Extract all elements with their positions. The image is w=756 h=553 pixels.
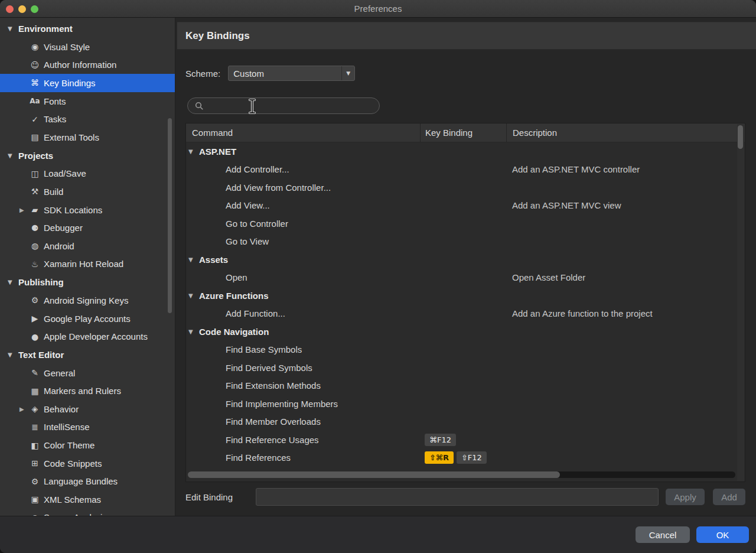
sidebar-item-android[interactable]: ◍Android bbox=[0, 237, 175, 255]
table-row[interactable]: Add View from Controller... bbox=[186, 178, 745, 197]
sidebar-section-text-editor[interactable]: ▼Text Editor bbox=[0, 346, 175, 364]
table-row[interactable]: Go to Controller bbox=[186, 214, 745, 233]
sidebar-item-external-tools[interactable]: ▤External Tools bbox=[0, 128, 175, 147]
sidebar-item-behavior[interactable]: ▶◈Behavior bbox=[0, 400, 175, 418]
sidebar-item-label: Language Bundles bbox=[44, 476, 118, 486]
sidebar-item-xamarin-hot-reload[interactable]: ♨Xamarin Hot Reload bbox=[0, 255, 175, 274]
group-collapse-icon[interactable]: ▼ bbox=[188, 328, 193, 335]
sidebar-scrollbar-thumb[interactable] bbox=[168, 118, 172, 313]
command-label: Find Implementing Members bbox=[226, 399, 338, 409]
group-row[interactable]: ▼Azure Functions bbox=[186, 287, 745, 305]
ok-button[interactable]: OK bbox=[696, 526, 749, 543]
command-cell: Find References bbox=[186, 453, 420, 463]
minimize-button[interactable] bbox=[18, 5, 26, 13]
table-row[interactable]: Find Derived Symbols bbox=[186, 359, 745, 377]
table-row[interactable]: Go to View bbox=[186, 233, 745, 251]
fonts-icon: Aa bbox=[30, 97, 40, 105]
bug-icon: ⚈ bbox=[30, 223, 40, 233]
table-row[interactable]: Find Member Overloads bbox=[186, 413, 745, 431]
command-label: Go to View bbox=[226, 236, 269, 246]
command-cell: ▼Code Navigation bbox=[186, 327, 420, 337]
search-input[interactable] bbox=[208, 101, 372, 111]
key-bindings-table: Command Key Binding Description ▼ASP.NET… bbox=[185, 123, 745, 482]
group-collapse-icon[interactable]: ▼ bbox=[188, 256, 193, 263]
section-label: Projects bbox=[18, 151, 53, 161]
zoom-button[interactable] bbox=[31, 5, 38, 13]
sidebar-item-xml-schemas[interactable]: ▣XML Schemas bbox=[0, 490, 175, 509]
sidebar-section-environment[interactable]: ▼Environment bbox=[0, 19, 175, 38]
column-header-key-binding[interactable]: Key Binding bbox=[420, 123, 506, 142]
sidebar-item-label: Android Signing Keys bbox=[44, 295, 128, 305]
sidebar-item-color-theme[interactable]: ◧Color Theme bbox=[0, 436, 175, 454]
sidebar-item-tasks[interactable]: ✓Tasks bbox=[0, 110, 175, 128]
edit-binding-input[interactable] bbox=[256, 488, 659, 506]
sidebar-item-sdk-locations[interactable]: ▶▰SDK Locations bbox=[0, 201, 175, 219]
sidebar-item-language-bundles[interactable]: ⚙Language Bundles bbox=[0, 472, 175, 490]
table-vscrollbar[interactable] bbox=[737, 124, 744, 481]
group-collapse-icon[interactable]: ▼ bbox=[188, 148, 193, 155]
sidebar-item-label: Visual Style bbox=[44, 42, 90, 52]
cancel-button[interactable]: Cancel bbox=[636, 526, 690, 543]
sidebar-item-markers-and-rulers[interactable]: ▦Markers and Rulers bbox=[0, 382, 175, 401]
sidebar-item-load-save[interactable]: ◫Load/Save bbox=[0, 165, 175, 183]
sidebar-item-source-analysis[interactable]: ◎Source Analysis bbox=[0, 509, 175, 516]
close-button[interactable] bbox=[6, 5, 14, 13]
table-row[interactable]: Find Extension Methods bbox=[186, 377, 745, 395]
flame-icon: ♨ bbox=[30, 259, 40, 269]
group-row[interactable]: ▼Assets bbox=[186, 251, 745, 269]
column-header-description[interactable]: Description bbox=[506, 123, 745, 142]
sidebar-item-fonts[interactable]: AaFonts bbox=[0, 92, 175, 110]
snippets-icon: ⊞ bbox=[30, 458, 40, 468]
add-button[interactable]: Add bbox=[713, 489, 745, 505]
search-box[interactable] bbox=[187, 97, 380, 114]
sidebar-item-google-play-accounts[interactable]: ▶Google Play Accounts bbox=[0, 310, 175, 328]
table-row[interactable]: Find Reference Usages⌘F12 bbox=[186, 431, 745, 449]
android-icon: ◍ bbox=[30, 241, 40, 251]
window-title: Preferences bbox=[354, 4, 402, 14]
scheme-value: Custom bbox=[229, 69, 341, 79]
table-header: Command Key Binding Description bbox=[186, 123, 745, 142]
sidebar-item-label: Code Snippets bbox=[44, 458, 102, 469]
scheme-dropdown[interactable]: Custom ▼ bbox=[228, 66, 355, 81]
table-row[interactable]: OpenOpen Asset Folder bbox=[186, 269, 745, 287]
expander-icon[interactable]: ▶ bbox=[19, 207, 24, 213]
table-hscrollbar[interactable] bbox=[188, 471, 735, 478]
sidebar-item-general[interactable]: ✎General bbox=[0, 364, 175, 382]
apple-icon: ● bbox=[30, 332, 40, 341]
sidebar-item-apple-developer-accounts[interactable]: ●Apple Developer Accounts bbox=[0, 327, 175, 346]
chevron-down-icon[interactable]: ▼ bbox=[341, 66, 354, 80]
sidebar-item-android-signing-keys[interactable]: ⚙Android Signing Keys bbox=[0, 291, 175, 310]
sidebar-item-build[interactable]: ⚒Build bbox=[0, 183, 175, 201]
table-row[interactable]: Find References⇧⌘R⇧F12 bbox=[186, 449, 745, 467]
sidebar-item-intellisense[interactable]: ≣IntelliSense bbox=[0, 418, 175, 437]
apply-button[interactable]: Apply bbox=[666, 489, 705, 505]
table-row[interactable]: Add View...Add an ASP.NET MVC view bbox=[186, 197, 745, 215]
command-cell: ▼Azure Functions bbox=[186, 291, 420, 301]
sidebar-item-visual-style[interactable]: ◉Visual Style bbox=[0, 38, 175, 56]
table-row[interactable]: Add Controller...Add an ASP.NET MVC cont… bbox=[186, 161, 745, 179]
sidebar-item-label: SDK Locations bbox=[44, 205, 102, 215]
table-row[interactable]: Find Base Symbols bbox=[186, 341, 745, 359]
sidebar-item-author-information[interactable]: ☺Author Information bbox=[0, 56, 175, 74]
group-row[interactable]: ▼ASP.NET bbox=[186, 142, 745, 161]
key-binding-badge: ⇧F12 bbox=[457, 451, 487, 464]
group-row[interactable]: ▼Code Navigation bbox=[186, 323, 745, 341]
gear-icon: ⚙ bbox=[30, 477, 40, 486]
group-collapse-icon[interactable]: ▼ bbox=[188, 292, 193, 299]
expander-icon[interactable]: ▶ bbox=[19, 406, 24, 412]
sidebar-item-key-bindings[interactable]: ⌘Key Bindings bbox=[0, 74, 175, 92]
traffic-lights bbox=[6, 0, 38, 18]
titlebar[interactable]: Preferences bbox=[0, 0, 756, 18]
sidebar-item-code-snippets[interactable]: ⊞Code Snippets bbox=[0, 454, 175, 473]
table-row[interactable]: Find Implementing Members bbox=[186, 395, 745, 413]
column-header-command[interactable]: Command bbox=[186, 123, 420, 142]
sidebar-section-publishing[interactable]: ▼Publishing bbox=[0, 273, 175, 291]
sidebar-item-debugger[interactable]: ⚈Debugger bbox=[0, 219, 175, 237]
table-hscrollbar-thumb[interactable] bbox=[188, 471, 560, 478]
table-vscrollbar-thumb[interactable] bbox=[738, 125, 743, 149]
sidebar-section-projects[interactable]: ▼Projects bbox=[0, 147, 175, 165]
table-row[interactable]: Add Function...Add an Azure function to … bbox=[186, 305, 745, 323]
section-label: Environment bbox=[18, 24, 73, 34]
preferences-window: Preferences ▼Environment◉Visual Style☺Au… bbox=[0, 0, 756, 553]
command-cell: Add Function... bbox=[186, 308, 420, 318]
